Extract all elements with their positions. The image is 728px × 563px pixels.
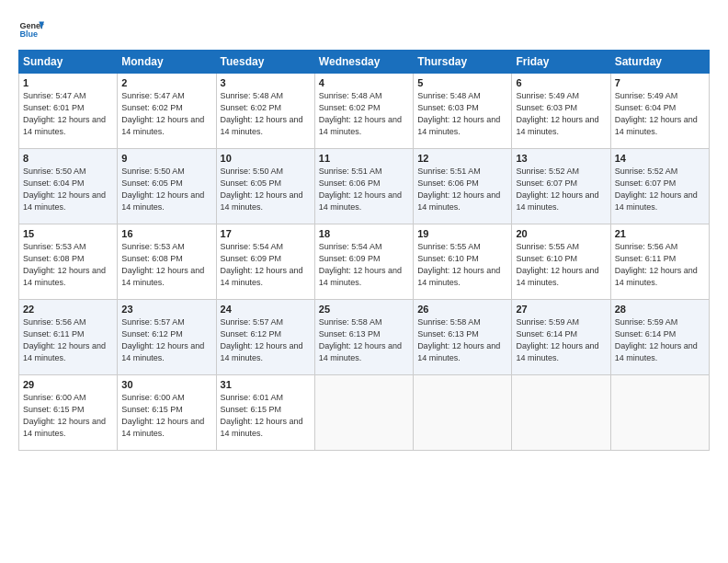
day-info: Sunrise: 5:47 AMSunset: 6:01 PMDaylight:… (23, 90, 113, 138)
calendar-cell: 1Sunrise: 5:47 AMSunset: 6:01 PMDaylight… (19, 74, 118, 149)
header-cell-friday: Friday (512, 51, 610, 74)
day-info: Sunrise: 5:52 AMSunset: 6:07 PMDaylight:… (516, 166, 606, 213)
day-info: Sunrise: 5:50 AMSunset: 6:05 PMDaylight:… (121, 166, 211, 213)
day-info: Sunrise: 5:49 AMSunset: 6:03 PMDaylight:… (516, 90, 606, 138)
header-cell-tuesday: Tuesday (216, 51, 314, 74)
calendar-cell: 15Sunrise: 5:53 AMSunset: 6:08 PMDayligh… (19, 224, 118, 300)
day-number: 30 (121, 379, 211, 390)
header-cell-saturday: Saturday (610, 51, 709, 74)
calendar-cell: 30Sunrise: 6:00 AMSunset: 6:15 PMDayligh… (118, 375, 216, 451)
calendar-cell: 25Sunrise: 5:58 AMSunset: 6:13 PMDayligh… (314, 300, 413, 375)
calendar-cell: 28Sunrise: 5:59 AMSunset: 6:14 PMDayligh… (610, 300, 709, 375)
day-number: 23 (121, 304, 211, 315)
day-number: 22 (23, 304, 113, 315)
day-number: 24 (221, 304, 311, 315)
day-number: 3 (221, 77, 311, 88)
calendar-week-row: 1Sunrise: 5:47 AMSunset: 6:01 PMDaylight… (19, 74, 710, 149)
calendar-header-row: SundayMondayTuesdayWednesdayThursdayFrid… (19, 51, 710, 74)
day-info: Sunrise: 5:59 AMSunset: 6:14 PMDaylight:… (516, 316, 606, 364)
day-info: Sunrise: 5:52 AMSunset: 6:07 PMDaylight:… (615, 166, 705, 213)
day-info: Sunrise: 5:54 AMSunset: 6:09 PMDaylight:… (319, 241, 409, 289)
calendar-cell: 17Sunrise: 5:54 AMSunset: 6:09 PMDayligh… (216, 224, 314, 300)
day-number: 20 (516, 228, 606, 239)
calendar-week-row: 29Sunrise: 6:00 AMSunset: 6:15 PMDayligh… (19, 375, 710, 451)
calendar-week-row: 8Sunrise: 5:50 AMSunset: 6:04 PMDaylight… (19, 149, 710, 224)
header-cell-thursday: Thursday (414, 51, 512, 74)
calendar-cell: 3Sunrise: 5:48 AMSunset: 6:02 PMDaylight… (216, 74, 314, 149)
day-number: 31 (221, 379, 311, 390)
calendar-cell: 10Sunrise: 5:50 AMSunset: 6:05 PMDayligh… (216, 149, 314, 224)
day-number: 21 (615, 228, 705, 239)
day-number: 8 (23, 153, 113, 164)
day-info: Sunrise: 5:54 AMSunset: 6:09 PMDaylight:… (221, 241, 311, 289)
calendar-cell (414, 375, 512, 451)
day-info: Sunrise: 5:59 AMSunset: 6:14 PMDaylight:… (615, 316, 705, 364)
page: General Blue SundayMondayTuesdayWednesda… (0, 0, 728, 563)
calendar-cell: 6Sunrise: 5:49 AMSunset: 6:03 PMDaylight… (512, 74, 610, 149)
day-info: Sunrise: 5:47 AMSunset: 6:02 PMDaylight:… (121, 90, 211, 138)
day-number: 18 (319, 228, 409, 239)
day-number: 6 (516, 77, 606, 88)
calendar-cell: 20Sunrise: 5:55 AMSunset: 6:10 PMDayligh… (512, 224, 610, 300)
day-info: Sunrise: 5:56 AMSunset: 6:11 PMDaylight:… (23, 316, 113, 364)
header: General Blue (18, 17, 710, 42)
day-info: Sunrise: 5:51 AMSunset: 6:06 PMDaylight:… (319, 166, 409, 213)
calendar-cell: 24Sunrise: 5:57 AMSunset: 6:12 PMDayligh… (216, 300, 314, 375)
day-info: Sunrise: 5:53 AMSunset: 6:08 PMDaylight:… (23, 241, 113, 289)
day-info: Sunrise: 5:49 AMSunset: 6:04 PMDaylight:… (615, 90, 705, 138)
calendar-cell: 2Sunrise: 5:47 AMSunset: 6:02 PMDaylight… (118, 74, 216, 149)
calendar-week-row: 22Sunrise: 5:56 AMSunset: 6:11 PMDayligh… (19, 300, 710, 375)
calendar-cell: 23Sunrise: 5:57 AMSunset: 6:12 PMDayligh… (118, 300, 216, 375)
svg-text:Blue: Blue (19, 29, 38, 39)
day-number: 15 (23, 228, 113, 239)
day-info: Sunrise: 5:55 AMSunset: 6:10 PMDaylight:… (417, 241, 507, 289)
calendar-cell: 19Sunrise: 5:55 AMSunset: 6:10 PMDayligh… (414, 224, 512, 300)
day-info: Sunrise: 5:51 AMSunset: 6:06 PMDaylight:… (417, 166, 507, 213)
day-number: 11 (319, 153, 409, 164)
day-info: Sunrise: 6:00 AMSunset: 6:15 PMDaylight:… (121, 392, 211, 440)
calendar-cell: 12Sunrise: 5:51 AMSunset: 6:06 PMDayligh… (414, 149, 512, 224)
calendar-cell: 14Sunrise: 5:52 AMSunset: 6:07 PMDayligh… (610, 149, 709, 224)
logo-icon: General Blue (18, 17, 44, 42)
calendar-cell: 9Sunrise: 5:50 AMSunset: 6:05 PMDaylight… (118, 149, 216, 224)
day-info: Sunrise: 6:00 AMSunset: 6:15 PMDaylight:… (23, 392, 113, 440)
day-number: 2 (121, 77, 211, 88)
day-info: Sunrise: 5:55 AMSunset: 6:10 PMDaylight:… (516, 241, 606, 289)
day-info: Sunrise: 5:50 AMSunset: 6:04 PMDaylight:… (23, 166, 113, 213)
day-info: Sunrise: 5:48 AMSunset: 6:02 PMDaylight:… (319, 90, 409, 138)
calendar-cell (610, 375, 709, 451)
logo: General Blue (18, 17, 44, 42)
day-info: Sunrise: 5:48 AMSunset: 6:03 PMDaylight:… (417, 90, 507, 138)
calendar-cell: 26Sunrise: 5:58 AMSunset: 6:13 PMDayligh… (414, 300, 512, 375)
day-number: 9 (121, 153, 211, 164)
day-number: 25 (319, 304, 409, 315)
day-number: 26 (417, 304, 507, 315)
calendar-cell (512, 375, 610, 451)
header-cell-wednesday: Wednesday (314, 51, 413, 74)
day-info: Sunrise: 5:53 AMSunset: 6:08 PMDaylight:… (121, 241, 211, 289)
day-info: Sunrise: 5:57 AMSunset: 6:12 PMDaylight:… (121, 316, 211, 364)
day-info: Sunrise: 5:58 AMSunset: 6:13 PMDaylight:… (417, 316, 507, 364)
day-number: 7 (615, 77, 705, 88)
day-info: Sunrise: 5:50 AMSunset: 6:05 PMDaylight:… (221, 166, 311, 213)
header-cell-monday: Monday (118, 51, 216, 74)
calendar-cell (314, 375, 413, 451)
day-number: 13 (516, 153, 606, 164)
day-number: 28 (615, 304, 705, 315)
day-number: 16 (121, 228, 211, 239)
day-info: Sunrise: 5:48 AMSunset: 6:02 PMDaylight:… (221, 90, 311, 138)
calendar-cell: 11Sunrise: 5:51 AMSunset: 6:06 PMDayligh… (314, 149, 413, 224)
calendar-cell: 18Sunrise: 5:54 AMSunset: 6:09 PMDayligh… (314, 224, 413, 300)
calendar-cell: 27Sunrise: 5:59 AMSunset: 6:14 PMDayligh… (512, 300, 610, 375)
calendar-cell: 21Sunrise: 5:56 AMSunset: 6:11 PMDayligh… (610, 224, 709, 300)
day-number: 29 (23, 379, 113, 390)
day-number: 12 (417, 153, 507, 164)
calendar-cell: 5Sunrise: 5:48 AMSunset: 6:03 PMDaylight… (414, 74, 512, 149)
calendar-cell: 16Sunrise: 5:53 AMSunset: 6:08 PMDayligh… (118, 224, 216, 300)
day-number: 27 (516, 304, 606, 315)
day-number: 19 (417, 228, 507, 239)
calendar-cell: 29Sunrise: 6:00 AMSunset: 6:15 PMDayligh… (19, 375, 118, 451)
day-number: 5 (417, 77, 507, 88)
calendar-cell: 4Sunrise: 5:48 AMSunset: 6:02 PMDaylight… (314, 74, 413, 149)
calendar-cell: 31Sunrise: 6:01 AMSunset: 6:15 PMDayligh… (216, 375, 314, 451)
